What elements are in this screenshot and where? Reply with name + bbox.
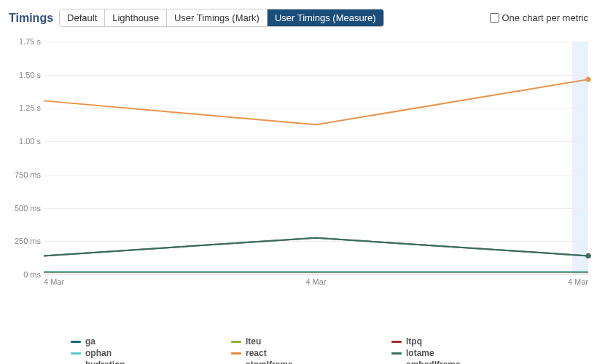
y-tick-label: 1.75 s: [9, 37, 41, 46]
x-tick-label: 4 Mar: [44, 277, 64, 286]
series-line-lotame: [44, 238, 588, 256]
legend-swatch: [71, 352, 81, 355]
tab-group: DefaultLighthouseUser Timings (Mark)User…: [59, 9, 384, 27]
legend-swatch: [391, 341, 402, 343]
chart: 0 ms250 ms500 ms750 ms1.00 s1.25 s1.50 s…: [9, 41, 588, 296]
series-line-contributions-epic-data: [44, 79, 588, 124]
legend-item-react[interactable]: react: [231, 348, 391, 358]
legend-swatch: [71, 341, 81, 343]
series-endpoint-contributions-epic-module: [586, 253, 591, 258]
x-tick-label: 4 Mar: [305, 277, 326, 286]
legend-label: embedIframe: [406, 360, 461, 364]
y-tick-label: 1.50 s: [9, 71, 41, 79]
tab-user-timings-measure-[interactable]: User Timings (Measure): [268, 9, 383, 26]
page-title: Timings: [9, 12, 53, 25]
y-tick-label: 250 ms: [9, 237, 41, 245]
legend-item-embedIframe[interactable]: embedIframe: [391, 360, 552, 364]
plot-area: [44, 41, 588, 274]
tab-default[interactable]: Default: [60, 9, 105, 26]
tab-lighthouse[interactable]: Lighthouse: [105, 9, 167, 26]
legend-item-lotame[interactable]: lotame: [391, 348, 552, 358]
series-endpoint-contributions-epic-data: [586, 77, 591, 82]
legend-item-atomIframe[interactable]: atomIframe: [231, 360, 391, 364]
x-tick-label: 4 Mar: [568, 277, 588, 286]
y-tick-label: 1.00 s: [9, 137, 41, 146]
legend-label: hydration: [85, 360, 125, 364]
checkbox-label: One chart per metric: [502, 12, 589, 23]
y-tick-label: 1.25 s: [9, 103, 41, 112]
y-axis: 0 ms250 ms500 ms750 ms1.00 s1.25 s1.50 s…: [9, 41, 44, 274]
series-svg: [44, 41, 588, 274]
legend-item-ga[interactable]: ga: [71, 336, 231, 347]
legend-item-lteu[interactable]: lteu: [231, 336, 391, 347]
legend-label: ga: [85, 336, 95, 347]
legend-label: lteu: [246, 336, 261, 347]
legend: galteultpqophanreactlotamehydrationatomI…: [71, 336, 588, 364]
legend-label: atomIframe: [246, 360, 293, 364]
y-tick-label: 0 ms: [9, 270, 41, 279]
legend-item-ltpq[interactable]: ltpq: [391, 336, 552, 347]
legend-label: ltpq: [406, 336, 422, 347]
series-line-contributions-epic-module: [44, 238, 588, 256]
y-tick-label: 500 ms: [9, 204, 41, 213]
y-tick-label: 750 ms: [9, 170, 41, 179]
legend-swatch: [231, 341, 241, 343]
legend-swatch: [231, 352, 241, 355]
tab-user-timings-mark-[interactable]: User Timings (Mark): [167, 9, 268, 26]
one-chart-checkbox[interactable]: One chart per metric: [490, 12, 589, 23]
checkbox-box: [490, 13, 499, 23]
legend-label: ophan: [85, 348, 112, 358]
legend-label: lotame: [406, 348, 434, 358]
legend-label: react: [246, 348, 267, 358]
legend-swatch: [391, 352, 402, 355]
legend-item-hydration[interactable]: hydration: [71, 360, 231, 364]
legend-item-ophan[interactable]: ophan: [71, 348, 231, 358]
